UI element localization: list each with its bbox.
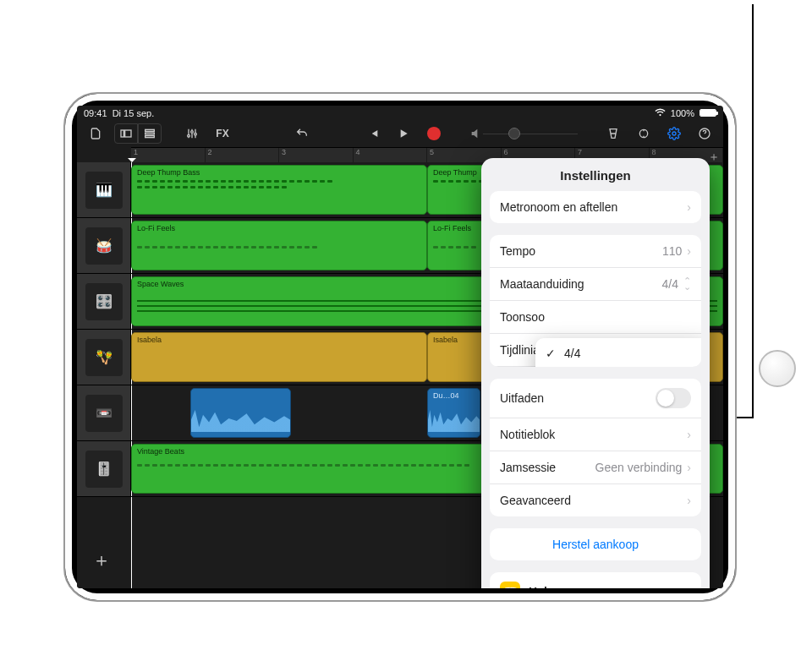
row-label: Toonsoo (500, 310, 545, 324)
help-row[interactable]: 📖 Help (490, 572, 701, 588)
settings-button[interactable] (662, 123, 686, 144)
master-volume[interactable] (469, 127, 578, 140)
timesig-value: 4/4 (662, 277, 678, 291)
svg-rect-1 (125, 130, 131, 137)
settings-popover: Instellingen Metronoom en aftellen › Tem… (481, 158, 710, 588)
midi-pattern (137, 180, 421, 183)
region[interactable] (190, 388, 291, 438)
chevron-right-icon: › (687, 428, 691, 441)
region-label: Deep Thump Bass (137, 168, 200, 177)
undo-button[interactable] (290, 123, 314, 144)
settings-group-5: 📖 Help (490, 572, 701, 588)
row-label: Tempo (500, 244, 535, 258)
instrument-icon: 🪇 (85, 339, 123, 376)
row-label: Jamsessie (500, 461, 556, 474)
chevron-right-icon: › (687, 494, 691, 507)
track-header[interactable]: 🪇 (77, 330, 131, 385)
timesig-option[interactable]: 4/4 (535, 338, 701, 367)
home-button[interactable] (759, 350, 796, 387)
status-left: 09:41 Di 15 sep. (84, 108, 154, 118)
track-header[interactable]: 🥁 (77, 218, 131, 273)
region-label: Vintage Beats (137, 447, 184, 456)
status-right: 100% (655, 108, 716, 118)
svg-rect-0 (121, 130, 123, 137)
battery-pct: 100% (671, 108, 694, 118)
chevron-right-icon: › (687, 244, 691, 258)
region[interactable]: Isabela (131, 332, 427, 382)
track-header[interactable]: 📼 (77, 385, 131, 440)
help-button[interactable] (693, 123, 716, 144)
ruler-bar: 1 (131, 148, 206, 162)
fadeout-switch[interactable] (656, 388, 691, 408)
play-button[interactable] (392, 123, 415, 144)
row-label: Tijdlinia (500, 343, 540, 357)
jam-value: Geen verbinding (595, 461, 683, 474)
timesig-row[interactable]: Maataanduiding 4/4⌃⌄ (490, 268, 701, 301)
midi-pattern (137, 186, 421, 188)
ruler-bar: 4 (354, 148, 428, 162)
jam-row[interactable]: Jamsessie Geen verbinding› (490, 451, 701, 484)
track-header[interactable]: 🎚️ (77, 441, 131, 496)
svg-point-6 (672, 132, 676, 135)
browser-view-button[interactable] (114, 123, 138, 144)
row-label: Herstel aankoop (552, 538, 639, 551)
track-header[interactable]: 🎹 (77, 162, 131, 217)
toolbar: FX (77, 120, 723, 147)
tracks-view-button[interactable] (138, 123, 162, 144)
region-label: Lo-Fi Feels (433, 224, 471, 232)
advanced-row[interactable]: Geavanceerd › (490, 484, 701, 516)
status-time: 09:41 (84, 108, 107, 118)
row-label: Metronoom en aftellen (500, 200, 617, 214)
row-label: Maataanduiding (500, 277, 584, 291)
volume-line-r (520, 134, 578, 134)
row-label: Geavanceerd (500, 494, 571, 507)
track-header[interactable]: 🎛️ (77, 274, 131, 329)
tempo-row[interactable]: Tempo 110› (490, 235, 701, 268)
record-button[interactable] (422, 123, 446, 144)
region-label: Isabela (137, 336, 162, 344)
ipad-frame: 09:41 Di 15 sep. 100% FX (63, 92, 737, 602)
battery-icon (700, 109, 716, 117)
metronome-row[interactable]: Metronoom en aftellen › (490, 191, 701, 223)
rewind-button[interactable] (361, 123, 385, 144)
waveform (191, 407, 290, 432)
row-label: Help (529, 585, 554, 588)
chevron-right-icon: › (687, 461, 691, 474)
volume-handle[interactable] (508, 128, 520, 139)
restore-purchase-button[interactable]: Herstel aankoop (490, 528, 701, 560)
wifi-icon (655, 108, 666, 118)
notepad-row[interactable]: Notitieblok › (490, 418, 701, 451)
tempo-value: 110 (662, 244, 682, 258)
popover-title: Instellingen (481, 158, 710, 191)
mysongs-button[interactable] (84, 123, 107, 144)
instrument-icon: 🥁 (85, 227, 123, 265)
loop-button[interactable] (632, 123, 656, 144)
mixer-button[interactable] (180, 123, 204, 144)
fx-button[interactable]: FX (211, 123, 234, 144)
app-screen: 09:41 Di 15 sep. 100% FX (77, 106, 723, 588)
add-track-button[interactable]: ＋ (92, 548, 111, 573)
ruler-bar: 3 (279, 148, 354, 162)
key-row[interactable]: Toonsoo (490, 301, 701, 334)
region-label: Lo-Fi Feels (137, 224, 175, 232)
status-date: Di 15 sep. (112, 108, 155, 118)
instrument-icon: 🎹 (85, 172, 123, 209)
region-label: Space Waves (137, 280, 184, 288)
record-icon (427, 127, 441, 140)
volume-icon (469, 127, 483, 140)
callout-line (752, 4, 754, 418)
settings-group-1: Metronoom en aftellen › (490, 191, 701, 223)
region[interactable]: Du…04 (427, 388, 480, 438)
region[interactable]: Deep Thump Bass (131, 165, 427, 215)
svg-rect-4 (145, 136, 155, 138)
status-bar: 09:41 Di 15 sep. 100% (77, 106, 723, 120)
metronome-button[interactable] (601, 123, 625, 144)
fadeout-row[interactable]: Uitfaden (490, 379, 701, 418)
chevron-right-icon: › (687, 200, 691, 214)
timesig-dropdown: 4/4 3/4 6/8 (535, 338, 701, 367)
settings-group-4: Herstel aankoop (490, 528, 701, 560)
updown-icon: ⌃⌄ (683, 278, 691, 290)
region-label: Du…04 (433, 391, 459, 400)
region[interactable]: Lo-Fi Feels (131, 221, 427, 270)
svg-rect-3 (145, 133, 155, 134)
